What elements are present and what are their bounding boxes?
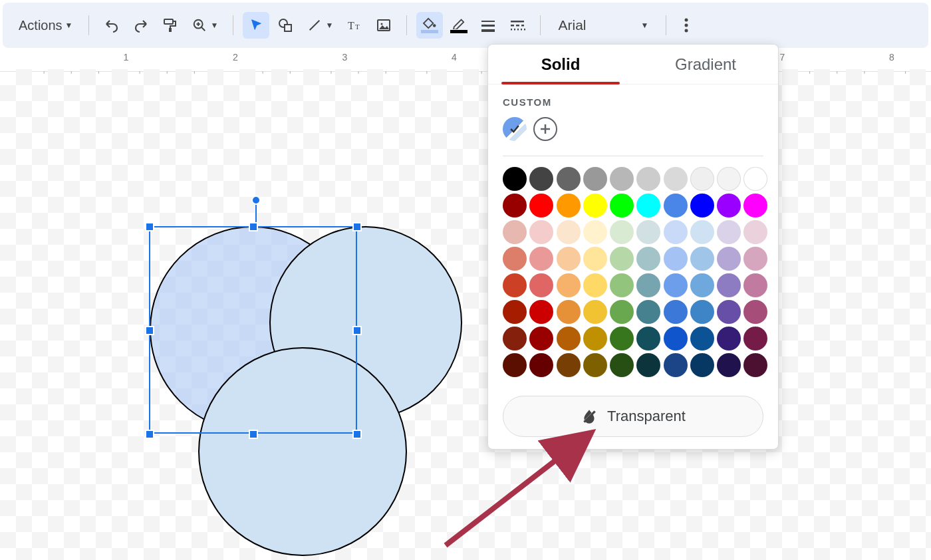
- border-dash-button[interactable]: [504, 12, 531, 39]
- color-swatch[interactable]: [529, 220, 553, 244]
- color-swatch[interactable]: [717, 220, 741, 244]
- undo-button[interactable]: [98, 12, 125, 39]
- tab-gradient[interactable]: Gradient: [633, 45, 778, 84]
- color-swatch[interactable]: [583, 353, 607, 377]
- color-swatch[interactable]: [529, 167, 553, 191]
- color-swatch[interactable]: [636, 247, 660, 271]
- actions-menu[interactable]: Actions▼: [12, 12, 79, 39]
- font-picker[interactable]: Arial▼: [550, 12, 656, 39]
- custom-color-selected[interactable]: [503, 117, 527, 141]
- resize-handle-w[interactable]: [145, 326, 154, 335]
- select-tool[interactable]: [243, 12, 269, 39]
- color-swatch[interactable]: [636, 194, 660, 217]
- color-swatch[interactable]: [717, 247, 741, 271]
- color-swatch[interactable]: [717, 353, 741, 377]
- color-swatch[interactable]: [503, 300, 527, 324]
- color-swatch[interactable]: [503, 273, 527, 297]
- border-weight-button[interactable]: [475, 12, 501, 39]
- more-options-button[interactable]: [676, 12, 697, 39]
- color-swatch[interactable]: [503, 327, 527, 350]
- color-swatch[interactable]: [557, 194, 581, 217]
- color-swatch[interactable]: [664, 167, 688, 191]
- color-swatch[interactable]: [610, 300, 634, 324]
- color-swatch[interactable]: [664, 220, 688, 244]
- color-swatch[interactable]: [743, 353, 767, 377]
- color-swatch[interactable]: [583, 273, 607, 297]
- color-swatch[interactable]: [743, 247, 767, 271]
- color-swatch[interactable]: [743, 327, 767, 350]
- color-swatch[interactable]: [583, 327, 607, 350]
- color-swatch[interactable]: [636, 327, 660, 350]
- color-swatch[interactable]: [690, 300, 714, 324]
- resize-handle-n[interactable]: [249, 222, 258, 231]
- color-swatch[interactable]: [690, 353, 714, 377]
- resize-handle-ne[interactable]: [352, 222, 362, 231]
- color-swatch[interactable]: [636, 353, 660, 377]
- color-swatch[interactable]: [610, 247, 634, 271]
- color-swatch[interactable]: [557, 247, 581, 271]
- color-swatch[interactable]: [717, 167, 741, 191]
- resize-handle-sw[interactable]: [145, 430, 154, 439]
- color-swatch[interactable]: [664, 300, 688, 324]
- tab-solid[interactable]: Solid: [488, 45, 633, 84]
- paint-format-button[interactable]: [157, 12, 184, 39]
- resize-handle-s[interactable]: [249, 430, 258, 439]
- image-tool[interactable]: [370, 12, 397, 39]
- color-swatch[interactable]: [743, 194, 767, 217]
- color-swatch[interactable]: [690, 167, 714, 191]
- textbox-tool[interactable]: TT: [341, 12, 368, 39]
- color-swatch[interactable]: [610, 327, 634, 350]
- color-swatch[interactable]: [557, 327, 581, 350]
- color-swatch[interactable]: [529, 194, 553, 217]
- color-swatch[interactable]: [529, 327, 553, 350]
- border-color-button[interactable]: [446, 12, 472, 39]
- color-swatch[interactable]: [529, 300, 553, 324]
- color-swatch[interactable]: [557, 220, 581, 244]
- color-swatch[interactable]: [717, 273, 741, 297]
- color-swatch[interactable]: [583, 167, 607, 191]
- color-swatch[interactable]: [743, 220, 767, 244]
- color-swatch[interactable]: [636, 220, 660, 244]
- color-swatch[interactable]: [690, 273, 714, 297]
- line-tool[interactable]: ▼: [301, 12, 338, 39]
- color-swatch[interactable]: [610, 167, 634, 191]
- color-swatch[interactable]: [664, 247, 688, 271]
- color-swatch[interactable]: [529, 247, 553, 271]
- color-swatch[interactable]: [503, 247, 527, 271]
- color-swatch[interactable]: [743, 167, 767, 191]
- color-swatch[interactable]: [743, 273, 767, 297]
- add-custom-color-button[interactable]: [533, 117, 557, 141]
- color-swatch[interactable]: [503, 353, 527, 377]
- color-swatch[interactable]: [664, 327, 688, 350]
- shape-tool[interactable]: [272, 12, 299, 39]
- color-swatch[interactable]: [529, 353, 553, 377]
- color-swatch[interactable]: [664, 353, 688, 377]
- color-swatch[interactable]: [610, 273, 634, 297]
- color-swatch[interactable]: [690, 220, 714, 244]
- color-swatch[interactable]: [557, 167, 581, 191]
- resize-handle-nw[interactable]: [145, 222, 154, 231]
- color-swatch[interactable]: [743, 300, 767, 324]
- color-swatch[interactable]: [583, 220, 607, 244]
- resize-handle-se[interactable]: [352, 430, 362, 439]
- color-swatch[interactable]: [557, 300, 581, 324]
- color-swatch[interactable]: [583, 194, 607, 217]
- color-swatch[interactable]: [529, 273, 553, 297]
- color-swatch[interactable]: [503, 220, 527, 244]
- color-swatch[interactable]: [664, 194, 688, 217]
- color-swatch[interactable]: [636, 167, 660, 191]
- color-swatch[interactable]: [557, 353, 581, 377]
- color-swatch[interactable]: [717, 300, 741, 324]
- color-swatch[interactable]: [610, 220, 634, 244]
- color-swatch[interactable]: [690, 327, 714, 350]
- redo-button[interactable]: [128, 12, 154, 39]
- color-swatch[interactable]: [690, 247, 714, 271]
- zoom-button[interactable]: ▼: [186, 12, 223, 39]
- color-swatch[interactable]: [636, 273, 660, 297]
- color-swatch[interactable]: [690, 194, 714, 217]
- color-swatch[interactable]: [557, 273, 581, 297]
- color-swatch[interactable]: [583, 300, 607, 324]
- rotation-handle[interactable]: [251, 196, 261, 205]
- color-swatch[interactable]: [717, 194, 741, 217]
- color-swatch[interactable]: [636, 300, 660, 324]
